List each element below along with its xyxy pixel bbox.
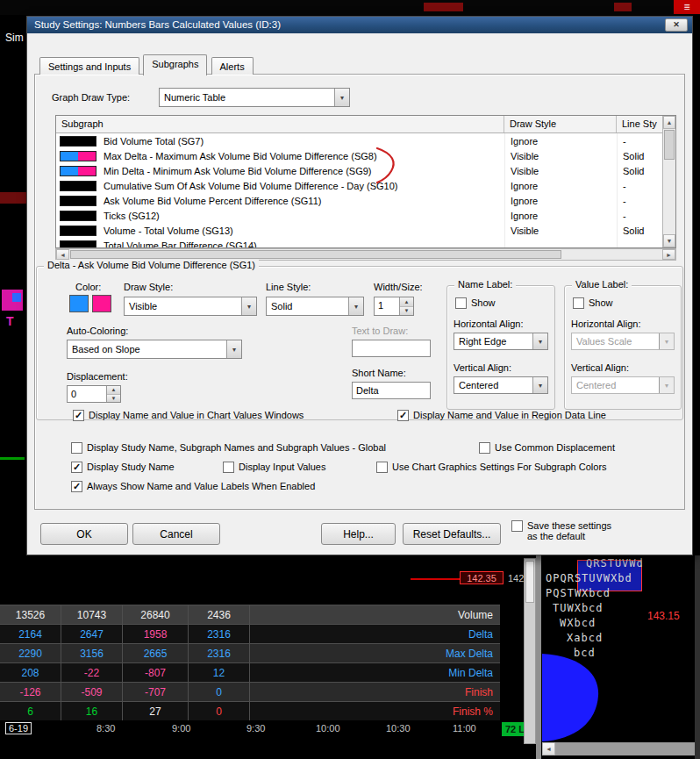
drawing-tool-icon[interactable] <box>2 290 23 311</box>
short-name-input[interactable] <box>352 382 431 399</box>
subgraph-row[interactable]: Min Delta - Minimum Ask Volume Bid Volum… <box>56 163 662 178</box>
use-common-displacement-checkbox[interactable]: Use Common Displacement <box>479 442 615 454</box>
help-button[interactable]: Help... <box>321 523 396 545</box>
auto-coloring-label: Auto-Coloring: <box>67 326 128 336</box>
table-row: 6 16 27 0 Finish % <box>0 702 500 721</box>
ok-button[interactable]: OK <box>40 523 128 545</box>
subgraph-line-style: - <box>617 193 662 208</box>
use-chart-graphics-checkbox[interactable]: Use Chart Graphics Settings For Subgraph… <box>376 462 607 473</box>
chart-vertical-scrollbar[interactable] <box>524 558 536 744</box>
time-axis: 6-19 8:30 9:00 9:30 10:00 10:30 11:00 <box>0 720 537 738</box>
subgraph-draw-style: Ignore <box>504 208 617 223</box>
name-horizontal-align-select[interactable]: Right Edge ▾ <box>454 333 548 350</box>
value-label-show-checkbox[interactable]: Show <box>573 297 613 309</box>
scrollbar-track[interactable] <box>555 742 695 755</box>
tpo-row: WXbcd <box>560 617 596 629</box>
checkbox-label: Save these settings as the default <box>527 520 611 541</box>
width-size-stepper[interactable]: 1 ▲▼ <box>374 297 414 316</box>
text-to-draw-input[interactable] <box>352 340 431 357</box>
tab-subgraphs[interactable]: Subgraphs <box>143 54 207 75</box>
subgraph-name: Bid Volume Total (SG7) <box>104 136 504 147</box>
top-menu-bar: ≡ <box>0 0 700 15</box>
cell: 3156 <box>61 644 123 662</box>
checkbox-label: Display Name and Value in Chart Values W… <box>89 410 304 420</box>
chevron-down-icon: ▾ <box>532 377 547 393</box>
table-row: 13526 10743 26840 2436 Volume <box>0 605 500 625</box>
time-label: 10:30 <box>386 723 411 734</box>
subgraph-row[interactable]: Ticks (SG12) Ignore - <box>56 208 662 223</box>
tpo-row: QRSTUVWd <box>586 557 644 569</box>
cell: 2647 <box>61 625 123 643</box>
subgraph-row[interactable]: Ask Volume Bid Volume Percent Difference… <box>56 193 662 208</box>
displacement-stepper[interactable]: 0 ▲▼ <box>67 385 121 403</box>
save-as-default-checkbox[interactable]: Save these settings as the default <box>511 520 611 541</box>
tpo-row: PQSTWXbcd <box>546 587 611 599</box>
subgraph-row[interactable]: Bid Volume Total (SG7) Ignore - <box>56 133 662 148</box>
draw-style-label: Draw Style: <box>124 282 173 292</box>
cell: -807 <box>123 663 189 682</box>
subgraph-draw-style: Ignore <box>504 133 617 148</box>
scrollbar-thumb[interactable] <box>664 130 675 160</box>
value-horizontal-align-select[interactable]: Values Scale ▾ <box>571 333 675 350</box>
subgraph-row[interactable]: Total Volume Bar Difference (SG14) <box>56 238 662 247</box>
tab-settings-and-inputs[interactable]: Settings and Inputs <box>39 57 139 75</box>
checkbox-label: Show <box>471 297 496 308</box>
subgraph-row[interactable]: Max Delta - Maximum Ask Volume Bid Volum… <box>56 148 662 163</box>
display-region-data-checkbox[interactable]: Display Name and Value in Region Data Li… <box>397 410 606 421</box>
line-style-select[interactable]: Solid ▾ <box>266 297 364 316</box>
tpo-price-label: 143.15 <box>647 610 680 622</box>
stepper-down-icon[interactable]: ▼ <box>107 395 120 403</box>
stepper-up-icon[interactable]: ▲ <box>107 386 120 395</box>
subgraph-line-style: Solid <box>617 163 662 178</box>
text-tool-icon[interactable]: T <box>6 314 14 328</box>
display-chart-values-checkbox[interactable]: Display Name and Value in Chart Values W… <box>73 410 304 421</box>
stepper-up-icon[interactable]: ▲ <box>400 297 413 307</box>
scrollbar-thumb[interactable] <box>525 561 534 603</box>
tpo-vertical-scrollbar[interactable] <box>695 555 700 759</box>
tab-alerts[interactable]: Alerts <box>211 57 254 75</box>
time-label: 9:30 <box>246 723 265 734</box>
graph-draw-type-select[interactable]: Numeric Table ▾ <box>159 88 350 107</box>
stepper-down-icon[interactable]: ▼ <box>400 307 413 316</box>
color-swatch-blue[interactable] <box>69 295 89 312</box>
menu-icon[interactable]: ≡ <box>674 0 700 14</box>
cancel-button[interactable]: Cancel <box>132 523 220 545</box>
subgraph-line-style: - <box>617 133 662 148</box>
display-global-checkbox[interactable]: Display Study Name, Subgraph Names and S… <box>71 442 386 454</box>
close-icon[interactable]: ✕ <box>665 18 688 32</box>
always-show-labels-checkbox[interactable]: Always Show Name and Value Labels When E… <box>71 481 315 492</box>
auto-coloring-select[interactable]: Based on Slope ▾ <box>67 340 242 359</box>
table-horizontal-scrollbar[interactable]: ◄ ► <box>55 248 676 261</box>
scroll-down-icon[interactable]: ▼ <box>663 234 675 247</box>
value-vertical-align-select[interactable]: Centered ▾ <box>571 376 675 394</box>
dialog-titlebar[interactable]: Study Settings: Numbers Bars Calculated … <box>27 17 692 33</box>
cell: 10743 <box>61 605 123 624</box>
display-study-name-checkbox[interactable]: Display Study Name <box>71 462 175 473</box>
draw-style-select[interactable]: Visible ▾ <box>124 297 257 316</box>
reset-defaults-button[interactable]: Reset Defaults... <box>403 523 501 545</box>
scroll-left-icon[interactable]: ◄ <box>542 742 555 755</box>
display-input-values-checkbox[interactable]: Display Input Values <box>223 462 325 473</box>
scroll-up-icon[interactable]: ▲ <box>663 116 675 129</box>
time-label: 6-19 <box>5 722 32 734</box>
cell: 1958 <box>123 625 189 643</box>
subgraph-line-style <box>617 238 662 247</box>
combo-value: Based on Slope <box>68 344 226 354</box>
combo-value: Centered <box>572 380 659 390</box>
name-vertical-align-select[interactable]: Centered ▾ <box>454 376 548 394</box>
subgraph-row[interactable]: Volume - Total Volume (SG13) Visible Sol… <box>56 223 662 238</box>
application-window: ≡ Sim T 142.35 142.96 13526 10743 26840 … <box>0 0 700 759</box>
scroll-left-icon[interactable]: ◄ <box>56 249 69 260</box>
panel-divider[interactable] <box>536 555 541 759</box>
name-label-show-checkbox[interactable]: Show <box>455 297 496 309</box>
subgraph-name: Min Delta - Minimum Ask Volume Bid Volum… <box>104 166 504 176</box>
subgraph-row[interactable]: Cumulative Sum Of Ask Volume Bid Volume … <box>56 178 662 193</box>
cell: 13526 <box>0 605 61 624</box>
scrollbar-thumb[interactable] <box>70 250 561 259</box>
table-vertical-scrollbar[interactable]: ▲ ▼ <box>662 116 675 247</box>
color-swatch-pink[interactable] <box>92 295 111 312</box>
tpo-row: Xabcd <box>567 632 603 644</box>
tpo-horizontal-scrollbar[interactable]: ◄ <box>542 742 695 755</box>
scroll-right-icon[interactable]: ► <box>662 249 675 260</box>
value-horizontal-align-label: Horizontal Align: <box>571 319 641 329</box>
